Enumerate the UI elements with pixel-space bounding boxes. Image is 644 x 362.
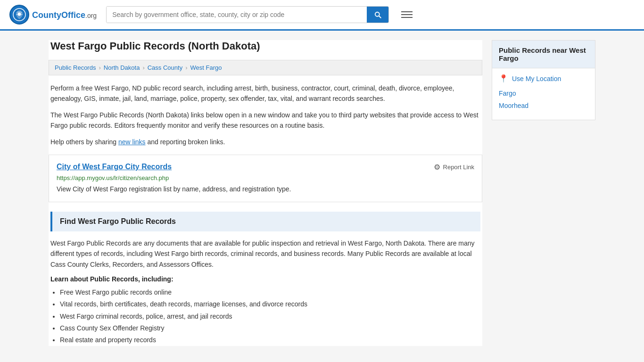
learn-bullets: Free West Fargo public records online Vi…	[50, 287, 480, 346]
report-icon: ⚙	[434, 163, 440, 172]
logo-text: CountyOffice.org	[32, 9, 97, 20]
bullet-3: West Fargo criminal records, police, arr…	[60, 311, 480, 322]
description-3: Help others by sharing new links and rep…	[49, 137, 482, 147]
breadcrumb: Public Records › North Dakota › Cass Cou…	[49, 60, 482, 75]
bullet-4: Cass County Sex Offender Registry	[60, 322, 480, 334]
record-card-description: View City of West Fargo registration lis…	[57, 184, 474, 194]
breadcrumb-public-records[interactable]: Public Records	[55, 64, 96, 71]
sidebar-box-body: 📍 Use My Location Fargo Moorhead	[492, 68, 595, 120]
bullet-2: Vital records, birth certificates, death…	[60, 298, 480, 310]
use-my-location-button[interactable]: 📍 Use My Location	[499, 74, 561, 83]
search-button[interactable]	[367, 7, 388, 23]
sidebar-link-fargo[interactable]: Fargo	[499, 90, 588, 97]
record-card-title[interactable]: City of West Fargo City Records	[57, 163, 172, 171]
page-title: West Fargo Public Records (North Dakota)	[49, 40, 482, 52]
logo-icon	[9, 5, 29, 25]
record-card: City of West Fargo City Records ⚙ Report…	[49, 155, 482, 202]
sidebar-box-title: Public Records near West Fargo	[492, 41, 595, 68]
breadcrumb-cass-county[interactable]: Cass County	[148, 64, 182, 71]
find-records-heading: Find West Fargo Public Records	[50, 212, 480, 231]
sidebar-link-moorhead[interactable]: Moorhead	[499, 102, 588, 109]
find-records-body: West Fargo Public Records are any docume…	[50, 238, 480, 270]
record-card-url[interactable]: https://app.mygov.us/lr/citizen/search.p…	[57, 174, 474, 181]
bullet-1: Free West Fargo public records online	[60, 287, 480, 298]
description-1: Perform a free West Fargo, ND public rec…	[49, 83, 482, 104]
bullet-5: Real estate and property records	[60, 334, 480, 346]
new-links-link[interactable]: new links	[118, 138, 146, 146]
location-icon: 📍	[499, 74, 508, 83]
breadcrumb-west-fargo[interactable]: West Fargo	[190, 64, 222, 71]
breadcrumb-north-dakota[interactable]: North Dakota	[104, 64, 140, 71]
find-records-section: Find West Fargo Public Records West Farg…	[49, 212, 482, 346]
report-link-button[interactable]: ⚙ Report Link	[434, 163, 474, 172]
menu-button[interactable]	[398, 8, 415, 21]
sidebar: Public Records near West Fargo 📍 Use My …	[492, 40, 595, 346]
search-bar	[106, 6, 389, 23]
learn-heading: Learn about Public Records, including:	[50, 275, 480, 283]
description-2: The West Fargo Public Records (North Dak…	[49, 110, 482, 131]
logo: CountyOffice.org	[9, 5, 97, 25]
search-input[interactable]	[107, 7, 367, 23]
sidebar-box: Public Records near West Fargo 📍 Use My …	[492, 40, 595, 120]
